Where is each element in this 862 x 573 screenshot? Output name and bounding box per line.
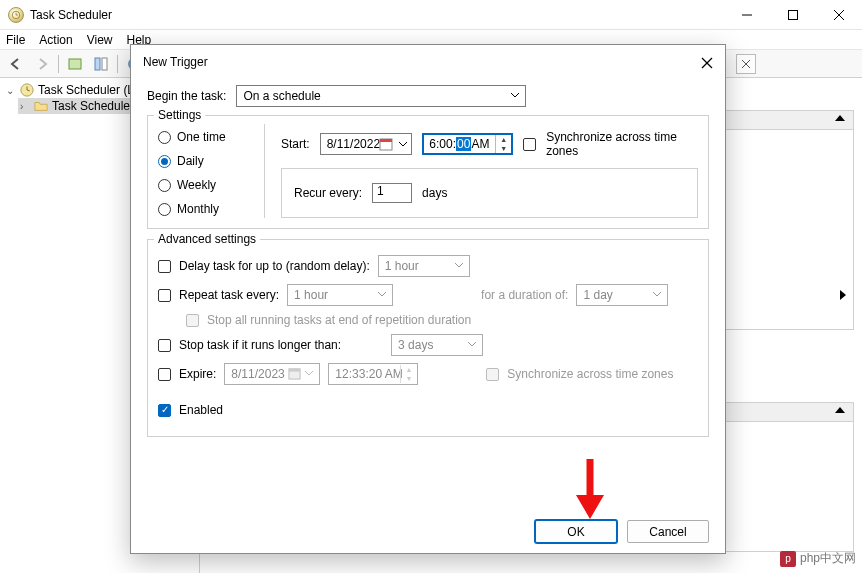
duration-label: for a duration of: <box>481 288 568 302</box>
chevron-down-icon <box>468 342 476 347</box>
chevron-down-icon <box>455 263 463 268</box>
scroll-arrow-icon[interactable] <box>840 290 846 300</box>
menu-view[interactable]: View <box>87 33 113 47</box>
repeat-value-select[interactable]: 1 hour <box>287 284 393 306</box>
begin-task-combo[interactable]: On a schedule <box>236 85 526 107</box>
window-title: Task Scheduler <box>30 8 112 22</box>
expire-time-value: 12:33:20 AM <box>335 367 402 381</box>
svg-rect-20 <box>380 139 392 142</box>
recur-box: Recur every: 1 days <box>281 168 698 218</box>
watermark-text: php中文网 <box>800 550 856 567</box>
select-value: 1 hour <box>294 288 328 302</box>
sync-tz-label: Synchronize across time zones <box>546 130 698 158</box>
start-date-input[interactable]: 8/11/2022 <box>320 133 413 155</box>
radio-icon <box>158 155 171 168</box>
svg-rect-9 <box>102 58 107 70</box>
radio-daily[interactable]: Daily <box>158 154 248 168</box>
stop-all-checkbox <box>186 314 199 327</box>
menu-action[interactable]: Action <box>39 33 72 47</box>
toolbar-icon-1[interactable] <box>63 53 87 75</box>
folder-icon <box>34 99 48 113</box>
collapse-icon <box>835 407 845 413</box>
dialog-buttons: OK Cancel <box>131 510 725 553</box>
dialog-title: New Trigger <box>131 45 725 79</box>
radio-one-time[interactable]: One time <box>158 130 248 144</box>
menu-file[interactable]: File <box>6 33 25 47</box>
radio-icon <box>158 131 171 144</box>
dialog-close-button[interactable] <box>697 53 717 73</box>
divider <box>264 124 265 218</box>
advanced-settings-group: Advanced settings Delay task for up to (… <box>147 239 709 437</box>
chevron-down-icon <box>399 142 407 147</box>
radio-label: Monthly <box>177 202 219 216</box>
calendar-icon <box>288 367 301 380</box>
cancel-button[interactable]: Cancel <box>627 520 709 543</box>
delay-checkbox[interactable] <box>158 260 171 273</box>
new-trigger-dialog: New Trigger Begin the task: On a schedul… <box>130 44 726 554</box>
spin-down-icon[interactable]: ▼ <box>496 144 511 153</box>
minimize-button[interactable] <box>724 0 770 30</box>
stop-all-label: Stop all running tasks at end of repetit… <box>207 313 471 327</box>
stop-if-checkbox[interactable] <box>158 339 171 352</box>
spin-up-icon: ▲ <box>401 365 416 374</box>
watermark-icon: p <box>780 551 796 567</box>
expand-icon[interactable]: ⌄ <box>6 85 16 96</box>
tree-root-label: Task Scheduler (L <box>38 83 134 97</box>
toolbar-separator <box>58 55 59 73</box>
expand-icon[interactable]: › <box>20 101 30 112</box>
chevron-down-icon <box>378 292 386 297</box>
radio-label: Daily <box>177 154 204 168</box>
begin-task-value: On a schedule <box>243 89 320 103</box>
radio-weekly[interactable]: Weekly <box>158 178 248 192</box>
start-time-input[interactable]: 6:00:00 AM ▲▼ <box>422 133 513 155</box>
collapse-icon <box>835 115 845 121</box>
radio-monthly[interactable]: Monthly <box>158 202 248 216</box>
repeat-checkbox[interactable] <box>158 289 171 302</box>
sync-tz-checkbox[interactable] <box>523 138 536 151</box>
close-button[interactable] <box>816 0 862 30</box>
stop-if-label: Stop task if it runs longer than: <box>179 338 341 352</box>
recur-unit: days <box>422 186 447 200</box>
spin-down-icon: ▼ <box>401 374 416 383</box>
select-value: 1 hour <box>385 259 419 273</box>
time-selected: 00 <box>456 137 471 151</box>
window-controls <box>724 0 862 30</box>
tree-child-label: Task Schedule <box>52 99 130 113</box>
clock-icon <box>20 83 34 97</box>
time-post: AM <box>471 137 489 151</box>
begin-task-label: Begin the task: <box>147 89 226 103</box>
ok-button[interactable]: OK <box>535 520 617 543</box>
expire-time-input[interactable]: 12:33:20 AM ▲▼ <box>328 363 418 385</box>
start-date-value: 8/11/2022 <box>327 137 380 151</box>
maximize-button[interactable] <box>770 0 816 30</box>
time-spinner: ▲▼ <box>400 365 416 383</box>
background-close-button[interactable] <box>736 54 756 74</box>
chevron-down-icon <box>653 292 661 297</box>
repeat-label: Repeat task every: <box>179 288 279 302</box>
expire-checkbox[interactable] <box>158 368 171 381</box>
spin-up-icon[interactable]: ▲ <box>496 135 511 144</box>
chevron-down-icon <box>511 93 519 98</box>
duration-value-select[interactable]: 1 day <box>576 284 668 306</box>
svg-rect-22 <box>289 369 300 372</box>
enabled-label: Enabled <box>179 403 223 417</box>
expire-date-value: 8/11/2023 <box>231 367 284 381</box>
expire-label: Expire: <box>179 367 216 381</box>
toolbar-icon-2[interactable] <box>89 53 113 75</box>
time-spinner[interactable]: ▲▼ <box>495 135 511 153</box>
select-value: 3 days <box>398 338 433 352</box>
stop-if-value-select[interactable]: 3 days <box>391 334 483 356</box>
advanced-legend: Advanced settings <box>154 232 260 246</box>
nav-forward-button[interactable] <box>30 53 54 75</box>
delay-value-select[interactable]: 1 hour <box>378 255 470 277</box>
recur-value-input[interactable]: 1 <box>372 183 412 203</box>
sync-tz2-label: Synchronize across time zones <box>507 367 673 381</box>
delay-label: Delay task for up to (random delay): <box>179 259 370 273</box>
expire-date-input[interactable]: 8/11/2023 <box>224 363 320 385</box>
app-icon <box>8 7 24 23</box>
enabled-checkbox[interactable] <box>158 404 171 417</box>
nav-back-button[interactable] <box>4 53 28 75</box>
start-label: Start: <box>281 137 310 151</box>
radio-label: Weekly <box>177 178 216 192</box>
calendar-icon[interactable] <box>379 137 393 151</box>
